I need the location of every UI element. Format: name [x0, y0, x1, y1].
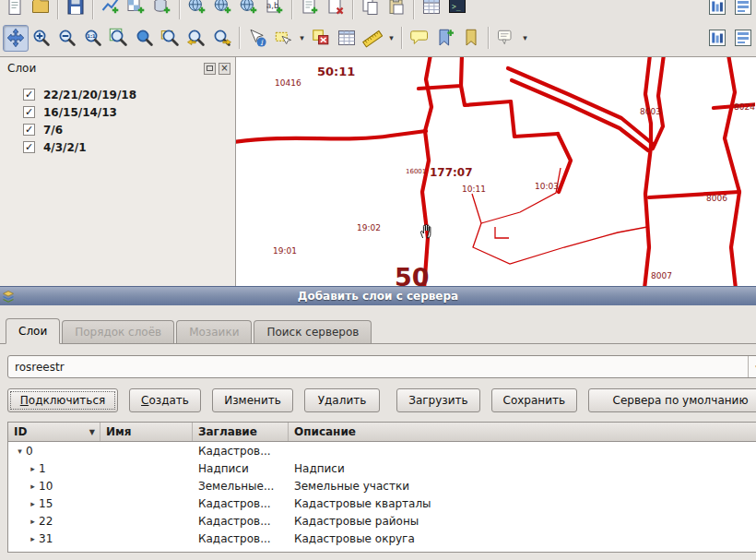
- dialog-title: Добавить слои с сервера: [298, 290, 458, 303]
- column-label: Заглавие: [198, 425, 257, 438]
- column-header-id[interactable]: ID ▼: [8, 423, 100, 441]
- copy-layer-button[interactable]: [358, 0, 384, 19]
- zoom-actual-size-button[interactable]: 1:1: [80, 25, 106, 52]
- open-attribute-table-button[interactable]: [334, 25, 360, 52]
- add-vector-layer-button[interactable]: [98, 0, 124, 19]
- pan-map-icon: [6, 28, 26, 48]
- zoom-out-button[interactable]: [54, 25, 80, 52]
- toolbar-separator: [291, 0, 293, 19]
- layer-list: ✓22/21/20/19/18✓16/15/14/13✓7/6✓4/3/2/1: [0, 77, 235, 156]
- zoom-out-icon: [57, 28, 77, 48]
- print-layout-button[interactable]: [704, 25, 730, 52]
- cell-id: ▸22: [8, 515, 100, 528]
- float-panel-button[interactable]: [204, 63, 216, 75]
- open-project-button[interactable]: [28, 0, 53, 19]
- remove-layer-button[interactable]: [323, 0, 348, 19]
- show-bookmarks-button[interactable]: [458, 25, 484, 52]
- save-project-button[interactable]: [63, 0, 89, 19]
- load-button[interactable]: Загрузить: [396, 388, 479, 412]
- connect-button[interactable]: Подключиться: [7, 388, 118, 412]
- table-row[interactable]: ▾0Кадастров...: [8, 442, 756, 459]
- dropdown-arrow[interactable]: ▾: [519, 25, 531, 52]
- column-header-title[interactable]: Заглавие: [193, 423, 289, 441]
- zoom-last-button[interactable]: [183, 25, 209, 52]
- expand-icon[interactable]: ▸: [27, 482, 39, 491]
- expand-icon[interactable]: ▸: [27, 517, 39, 526]
- expand-icon[interactable]: ▸: [27, 499, 39, 508]
- tab-layer-order: Порядок слоёв: [62, 320, 174, 343]
- layer-item[interactable]: ✓22/21/20/19/18: [0, 86, 235, 103]
- server-select[interactable]: rosreestr ▾: [7, 355, 756, 378]
- dialog-titlebar[interactable]: Добавить слои с сервера: [0, 286, 756, 305]
- print-layout-button[interactable]: [704, 0, 730, 19]
- table-row[interactable]: ▸31Кадастров...Кадастровые округа: [8, 530, 756, 547]
- add-raster-layer-button[interactable]: [124, 0, 149, 19]
- zoom-full-extent-button[interactable]: [106, 25, 132, 52]
- python-console-button[interactable]: >_: [444, 0, 470, 19]
- layer-checkbox[interactable]: ✓: [23, 141, 35, 153]
- cell-title: Кадастров...: [193, 497, 289, 510]
- close-panel-button[interactable]: ×: [219, 63, 230, 75]
- expand-icon[interactable]: ▸: [27, 464, 39, 473]
- zoom-to-layer-button[interactable]: [158, 25, 183, 52]
- new-project-icon: [5, 0, 25, 17]
- collapse-icon[interactable]: ▾: [14, 447, 26, 456]
- deselect-features-button[interactable]: [308, 25, 334, 52]
- zoom-in-button[interactable]: [29, 25, 54, 52]
- tab-server-search[interactable]: Поиск серверов: [254, 320, 372, 343]
- pan-map-button[interactable]: [3, 25, 29, 52]
- map-canvas[interactable]: 50:11104168003802416001177:0710:1110:038…: [236, 57, 756, 286]
- add-raster-layer-icon: [126, 0, 147, 17]
- open-attribute-table-icon: [421, 0, 442, 17]
- column-header-description[interactable]: Описание: [289, 423, 756, 441]
- identify-features-button[interactable]: i: [244, 25, 270, 52]
- toolbar-main: a,b>_: [0, 0, 756, 19]
- chevron-down-icon[interactable]: ▾: [748, 356, 756, 377]
- copy-layer-icon: [360, 0, 381, 17]
- layout-manager-button[interactable]: [730, 0, 756, 19]
- edit-button[interactable]: Изменить: [212, 388, 293, 412]
- layer-item[interactable]: ✓7/6: [0, 121, 235, 138]
- map-label: 8024: [734, 102, 755, 112]
- default-servers-button[interactable]: Сервера по умолчанию: [588, 388, 756, 412]
- paste-layer-button[interactable]: [384, 0, 409, 19]
- add-delimited-text-layer-button[interactable]: a,b: [262, 0, 288, 19]
- measure-button[interactable]: [360, 25, 385, 52]
- dropdown-arrow[interactable]: ▾: [385, 25, 397, 52]
- table-row[interactable]: ▸10Земельные...Земельные участки: [8, 477, 756, 494]
- layer-checkbox[interactable]: ✓: [23, 106, 35, 118]
- layer-item[interactable]: ✓4/3/2/1: [0, 138, 235, 156]
- add-wms-layer-button[interactable]: [184, 0, 210, 19]
- layer-checkbox[interactable]: ✓: [23, 124, 35, 136]
- delete-button[interactable]: Удалить: [304, 388, 380, 412]
- save-button[interactable]: Сохранить: [491, 388, 578, 412]
- table-row[interactable]: ▸15Кадастров...Кадастровые кварталы: [8, 494, 756, 512]
- expand-icon[interactable]: ▸: [27, 534, 39, 543]
- layer-label: 22/21/20/19/18: [43, 89, 136, 101]
- map-tips-button[interactable]: [407, 25, 432, 52]
- zoom-next-button[interactable]: [209, 25, 235, 52]
- table-row[interactable]: ▸22Кадастров...Кадастровые районы: [8, 512, 756, 530]
- text-annotation-button[interactable]: [493, 25, 519, 52]
- column-header-name[interactable]: Имя: [100, 423, 193, 441]
- cadastral-lines-thin: [472, 168, 647, 264]
- new-project-button[interactable]: [2, 0, 28, 19]
- toolbar-separator: [488, 27, 490, 49]
- new-shapefile-layer-button[interactable]: [297, 0, 323, 19]
- layer-checkbox[interactable]: ✓: [23, 89, 35, 101]
- new-bookmark-button[interactable]: [432, 25, 458, 52]
- layer-item[interactable]: ✓16/15/14/13: [0, 103, 235, 121]
- create-button[interactable]: Создать: [129, 388, 201, 412]
- dropdown-arrow[interactable]: ▾: [296, 25, 308, 52]
- select-features-button[interactable]: [270, 25, 296, 52]
- add-postgis-layer-button[interactable]: [149, 0, 175, 19]
- row-id: 10: [39, 480, 53, 493]
- open-attribute-table-button[interactable]: [419, 0, 444, 19]
- map-label: 8006: [706, 194, 727, 203]
- add-wcs-layer-button[interactable]: [236, 0, 262, 19]
- zoom-to-selection-button[interactable]: [132, 25, 158, 52]
- table-row[interactable]: ▸1НадписиНадписи: [8, 459, 756, 477]
- add-wfs-layer-button[interactable]: [210, 0, 236, 19]
- layout-manager-button[interactable]: [730, 25, 756, 52]
- tab-layers[interactable]: Слои: [6, 318, 60, 344]
